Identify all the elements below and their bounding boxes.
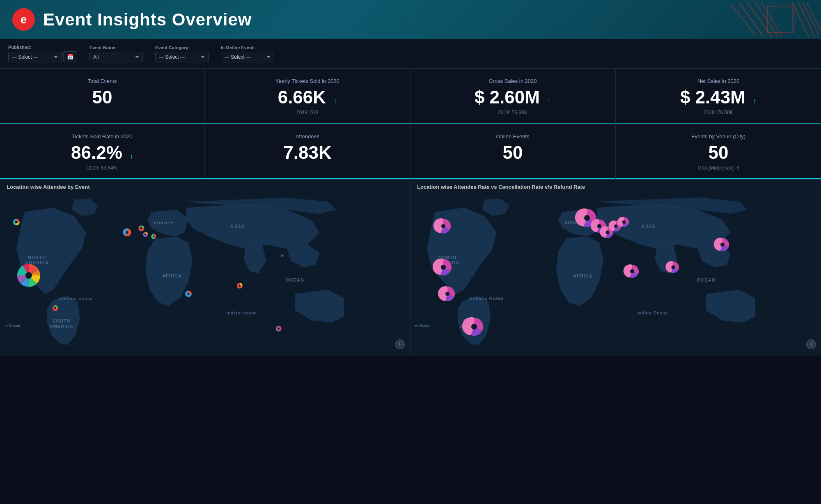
metric-title: Total Events (10, 78, 195, 84)
svg-text:SOUTH: SOUTH (53, 318, 70, 323)
map-title-1: Location wise Attendee by Event (0, 180, 410, 192)
metric-sub: 2019: 76.50K (626, 110, 811, 115)
metric-value: $ 2.60M ↑ (420, 88, 605, 106)
svg-text:EUROPE: EUROPE (154, 220, 174, 225)
metric-value: 50 (626, 144, 811, 162)
svg-text:Atlantic Ocean: Atlantic Ocean (469, 296, 504, 301)
svg-rect-5 (768, 6, 792, 33)
svg-text:NORTH: NORTH (28, 255, 46, 260)
svg-point-79 (672, 266, 675, 269)
metric-sub: 2019: 66.84% (10, 165, 195, 171)
svg-line-8 (798, 2, 815, 37)
map-panel-2: Location wise Attendee Rate vs Cancellat… (410, 180, 821, 356)
svg-text:AFRICA: AFRICA (162, 273, 181, 278)
filter-published: Published: — Select — 📅 (8, 45, 77, 62)
svg-line-9 (803, 2, 819, 35)
metric-title: Net Sales in 2020 (626, 78, 811, 84)
event-category-label: Event Category: (155, 45, 209, 50)
svg-text:ic Ocean: ic Ocean (415, 323, 431, 328)
header: e Event Insights Overview (0, 0, 821, 39)
filter-is-online: Is Online Event: — Select — (221, 45, 274, 62)
metric-value: $ 2.43M ↑ (626, 88, 811, 106)
svg-point-67 (597, 224, 601, 228)
svg-point-57 (441, 224, 445, 228)
svg-point-69 (606, 231, 610, 234)
metric-yearly-tickets: Yearly Tickets Sold in 2020 6.66K ↑ 2019… (205, 69, 410, 124)
map1-info-button[interactable]: i (395, 339, 405, 349)
map2-info-button[interactable]: i (806, 339, 816, 349)
metric-value: 50 (10, 88, 195, 106)
metric-gross-sales: Gross Sales in 2020 $ 2.60M ↑ 2019: 76.8… (410, 69, 616, 124)
calendar-button[interactable]: 📅 (63, 51, 77, 62)
svg-point-59 (441, 265, 446, 270)
svg-text:ASIA: ASIA (641, 224, 656, 229)
published-input-wrap: — Select — 📅 (8, 51, 77, 62)
svg-point-71 (614, 225, 617, 228)
metric-title: Yearly Tickets Sold in 2020 (215, 78, 400, 84)
filters-bar: Published: — Select — 📅 Event Name: All … (0, 39, 821, 69)
svg-point-35 (153, 236, 154, 237)
metric-title: Events by Venue (City) (626, 133, 811, 140)
svg-line-3 (755, 2, 778, 37)
map-title-2: Location wise Attendee Rate vs Cancellat… (410, 180, 821, 192)
filter-event-category: Event Category: — Select — (155, 45, 209, 62)
svg-rect-6 (772, 4, 794, 33)
svg-text:Indian Ocean: Indian Ocean (227, 311, 257, 315)
map-panel-1: Location wise Attendee by Event (0, 180, 410, 356)
metric-value: 86.2% ↑ (10, 144, 195, 162)
up-arrow-icon: ↑ (130, 152, 133, 160)
up-arrow-icon: ↑ (333, 97, 337, 105)
maps-section: Location wise Attendee by Event (0, 180, 821, 356)
svg-text:ic Ocean: ic Ocean (5, 323, 20, 328)
svg-point-25 (25, 272, 32, 279)
metric-tickets-rate: Tickets Sold Rate in 2020 86.2% ↑ 2019: … (0, 124, 205, 179)
metric-title: Attendees (215, 133, 400, 140)
svg-line-2 (747, 2, 772, 37)
is-online-label: Is Online Event: (221, 45, 274, 50)
metric-value: 7.83K (215, 144, 400, 162)
svg-point-31 (140, 227, 142, 229)
metric-value: 50 (420, 144, 605, 162)
event-category-select[interactable]: — Select — (155, 52, 209, 62)
svg-point-75 (630, 269, 634, 273)
filter-event-name: Event Name: All (89, 45, 143, 62)
svg-point-27 (15, 221, 18, 223)
metric-total-events: Total Events 50 (0, 69, 205, 124)
map-area-1: NORTH AMERICA SOUTH AMERICA EUROPE ASIA … (0, 192, 410, 354)
metric-title: Online Events (420, 133, 605, 140)
svg-text:OCEAN: OCEAN (697, 277, 716, 282)
published-label: Published: (8, 45, 77, 50)
event-name-label: Event Name: (89, 45, 143, 50)
is-online-select[interactable]: — Select — (221, 52, 274, 62)
metrics-row-2: Tickets Sold Rate in 2020 86.2% ↑ 2019: … (0, 124, 821, 180)
metric-title: Gross Sales in 2020 (420, 78, 605, 84)
metric-net-sales: Net Sales in 2020 $ 2.43M ↑ 2019: 76.50K (616, 69, 821, 124)
published-select[interactable]: — Select — (8, 52, 62, 62)
header-decoration (657, 0, 821, 39)
metric-title: Tickets Sold Rate in 2020 (10, 133, 195, 140)
metric-sub: 2019: 76.88K (420, 110, 605, 115)
up-arrow-icon: ↑ (547, 97, 551, 105)
metric-events-venue: Events by Venue (City) 50 Max (Middlesex… (616, 124, 821, 179)
metric-sub: 2019: 518 (215, 110, 400, 115)
event-name-select[interactable]: All (89, 52, 143, 62)
svg-text:Indian Ocean: Indian Ocean (638, 311, 668, 315)
svg-point-29 (126, 231, 128, 234)
metric-online-events: Online Events 50 (410, 124, 616, 179)
svg-text:IA: IA (281, 254, 284, 258)
metric-value: 6.66K ↑ (215, 88, 400, 106)
map-area-2: NORTH AMERICA SOUTH AMERICA EUROPE ASIA … (410, 192, 821, 354)
svg-line-1 (739, 2, 764, 37)
svg-point-65 (584, 215, 590, 221)
svg-text:OCEAN: OCEAN (286, 277, 304, 282)
svg-text:AMERICA: AMERICA (50, 324, 73, 329)
metric-attendees: Attendees 7.83K (205, 124, 410, 179)
svg-point-73 (622, 220, 626, 224)
svg-text:AFRICA: AFRICA (573, 273, 593, 278)
svg-point-41 (277, 328, 280, 330)
app-logo: e (12, 8, 35, 31)
svg-point-77 (720, 243, 725, 247)
svg-line-7 (792, 2, 809, 37)
svg-point-33 (144, 234, 146, 235)
svg-point-37 (188, 293, 190, 295)
